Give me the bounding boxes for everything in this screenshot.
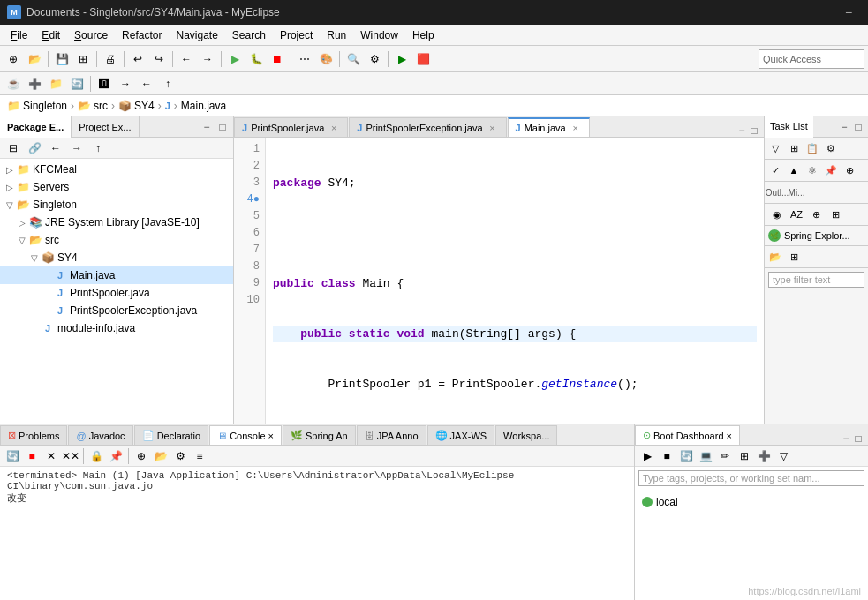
tree-item-kfcmeal[interactable]: ▷ 📁 KFCMeal (0, 161, 233, 178)
boot-btn5[interactable]: ✏ (716, 447, 734, 465)
console-new-btn[interactable]: ⊕ (132, 447, 150, 465)
back-tb-button[interactable]: ← (137, 74, 156, 94)
boot-dropdown-btn[interactable]: ▽ (774, 447, 792, 465)
console-properties-btn[interactable]: ⚙ (171, 447, 189, 465)
menu-run[interactable]: Run (320, 26, 353, 45)
rt-btn-1[interactable]: ▽ (766, 139, 784, 157)
rt-btn-3[interactable]: 📋 (804, 139, 821, 157)
console-pin-btn[interactable]: 📌 (107, 447, 125, 465)
breadcrumb-item-singleton[interactable]: 📁 Singleton (7, 100, 67, 112)
menu-refactor[interactable]: Refactor (115, 26, 169, 45)
run-button[interactable]: ▶ (225, 49, 245, 69)
boot-filter-input[interactable]: Type tags, projects, or working set nam.… (638, 470, 864, 486)
rt-btn-4[interactable]: ⚙ (822, 139, 840, 157)
boot-btn2[interactable]: ■ (658, 447, 676, 465)
tree-toggle-singleton[interactable]: ▽ (4, 199, 16, 211)
menu-file[interactable]: File (4, 26, 34, 45)
boot-tab-close[interactable]: × (727, 431, 732, 441)
open-proj-button[interactable]: 📁 (46, 74, 65, 94)
menu-help[interactable]: Help (405, 26, 442, 45)
debug-button[interactable]: 🐛 (246, 49, 266, 69)
ot-btn3[interactable]: ⊕ (807, 206, 825, 223)
minimize-button[interactable]: − (836, 4, 861, 21)
boot-minimize-button[interactable]: − (840, 432, 852, 445)
redo-button[interactable]: ↪ (149, 49, 169, 69)
right-minimize-button[interactable]: − (838, 121, 850, 133)
tab-package-explorer[interactable]: Package E... (0, 116, 72, 138)
menu-window[interactable]: Window (353, 26, 405, 45)
boot-btn6[interactable]: ⊞ (736, 447, 753, 465)
rt-btn2-4[interactable]: 📌 (822, 161, 840, 179)
palette-button[interactable]: 🎨 (316, 49, 336, 69)
console-stop-btn[interactable]: ■ (23, 447, 41, 465)
open-file-button[interactable]: 📂 (25, 49, 44, 69)
tree-item-jre[interactable]: ▷ 📚 JRE System Library [JavaSE-10] (0, 214, 233, 231)
stop-button[interactable]: ⏹ (268, 49, 287, 69)
console-restart-btn[interactable]: 🔄 (4, 447, 21, 465)
navigate-back-button[interactable]: ← (177, 49, 196, 69)
console-tab-close[interactable]: × (268, 431, 274, 441)
editor-minimize-button[interactable]: − (736, 124, 748, 137)
save-all-button[interactable]: ⊞ (73, 49, 93, 69)
tab-workspace[interactable]: Workspa... (495, 425, 557, 445)
menu-navigate[interactable]: Navigate (169, 26, 224, 45)
rt-btn-2[interactable]: ⊞ (785, 139, 803, 157)
editor-maximize-button[interactable]: □ (748, 124, 760, 137)
code-editor[interactable]: 1 2 3 4● 5 6 7 8 9 10 package SY4; publi… (234, 138, 764, 424)
rt-btn2-1[interactable]: ✓ (766, 161, 784, 179)
tree-toggle-kfcmeal[interactable]: ▷ (4, 163, 16, 176)
breadcrumb-item-main[interactable]: Main.java (181, 100, 226, 112)
boot-btn7[interactable]: ➕ (755, 447, 773, 465)
tree-item-servers[interactable]: ▷ 📁 Servers (0, 178, 233, 196)
tree-item-module-info[interactable]: J module-info.java (0, 319, 233, 337)
search-tb-button[interactable]: 🔍 (343, 49, 363, 69)
console-open-file-btn[interactable]: 📂 (152, 447, 170, 465)
tree-item-printspoolerex[interactable]: J PrintSpoolerException.java (0, 302, 233, 319)
new-java-proj-button[interactable]: ☕ (4, 74, 23, 94)
console-disconnect-btn[interactable]: ✕ (42, 447, 60, 465)
nav-forward-explorer-button[interactable]: → (67, 139, 87, 158)
tree-toggle-src[interactable]: ▽ (16, 234, 28, 246)
open-type-button[interactable]: 🅾 (94, 74, 114, 94)
new-button[interactable]: ⊕ (4, 49, 23, 69)
rt-btn2-3[interactable]: ⚛ (804, 161, 821, 179)
sync-button[interactable]: 🔄 (67, 74, 87, 94)
console-view-menu-btn[interactable]: ≡ (191, 447, 208, 465)
tree-toggle-sy4[interactable]: ▽ (28, 251, 41, 264)
settings-button[interactable]: ⚙ (365, 49, 384, 69)
rt3-btn2[interactable]: ⊞ (785, 248, 803, 266)
printspoolerex-tab-close[interactable]: × (487, 122, 499, 134)
nav-up-explorer-button[interactable]: ↑ (88, 139, 108, 158)
quick-access-input[interactable]: Quick Access (759, 49, 864, 69)
tree-toggle-servers[interactable]: ▷ (4, 181, 16, 193)
tree-item-src[interactable]: ▽ 📂 src (0, 231, 233, 249)
link-editor-button[interactable]: 🔗 (25, 139, 44, 158)
menu-project[interactable]: Project (273, 26, 320, 45)
menu-search[interactable]: Search (225, 26, 273, 45)
ot-btn2[interactable]: AZ (788, 206, 805, 223)
navigate-forward-button[interactable]: → (198, 49, 217, 69)
tab-javadoc[interactable]: @ Javadoc (68, 425, 132, 445)
printspooler-tab-close[interactable]: × (328, 122, 340, 134)
save-button[interactable]: 💾 (52, 49, 72, 69)
mi-btn[interactable]: Mi... (788, 184, 805, 201)
tree-item-printspooler[interactable]: J PrintSpooler.java (0, 284, 233, 302)
tab-jpa-anno[interactable]: 🗄 JPA Anno (357, 425, 426, 445)
forward-tb-button[interactable]: → (116, 74, 135, 94)
breadcrumb-item-src[interactable]: 📂 src (78, 100, 108, 112)
tree-item-main-java[interactable]: J Main.java (0, 266, 233, 284)
up-tb-button[interactable]: ↑ (158, 74, 177, 94)
nav-back-explorer-button[interactable]: ← (46, 139, 65, 158)
breadcrumb-item-j[interactable]: J (165, 101, 170, 111)
add-button[interactable]: ➕ (25, 74, 44, 94)
tab-printspoolerex-editor[interactable]: J PrintSpoolerException.java × (349, 117, 506, 137)
undo-button[interactable]: ↩ (128, 49, 147, 69)
console-scroll-lock-btn[interactable]: 🔒 (87, 447, 105, 465)
tab-console[interactable]: 🖥 Console × (209, 425, 282, 445)
app-btn2[interactable]: 🟥 (413, 49, 433, 69)
print-button[interactable]: 🖨 (101, 49, 120, 69)
app-store-button[interactable]: ▶ (392, 49, 411, 69)
rt-btn2-2[interactable]: ▲ (785, 161, 803, 179)
tab-problems[interactable]: ⊠ Problems (0, 425, 67, 445)
maximize-explorer-button[interactable]: □ (215, 120, 230, 134)
